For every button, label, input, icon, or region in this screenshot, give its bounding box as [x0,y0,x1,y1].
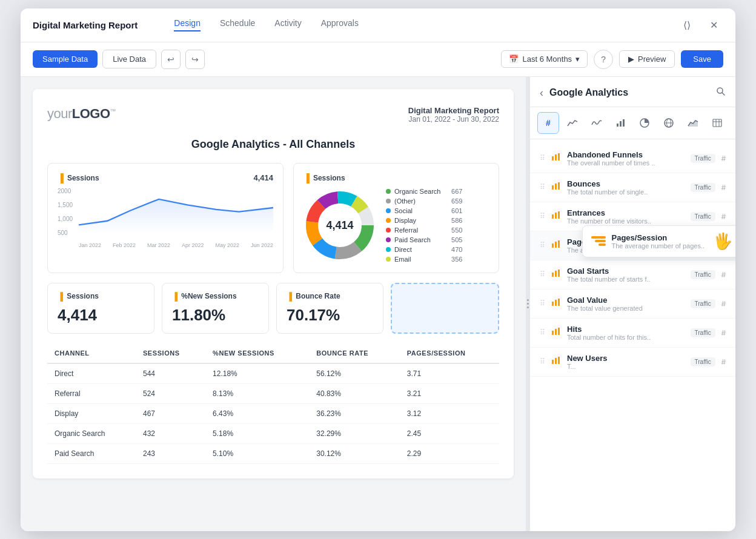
legend-dot [386,189,391,194]
svg-rect-23 [555,154,557,160]
resize-dot [527,303,529,305]
sidebar-panel: ‹ Google Analytics # [529,77,735,531]
kpi-header: ▐ Sessions [58,292,144,301]
metric-desc: Total number of hits for this.. [567,334,685,341]
drag-handle-icon: ⠿ [540,241,545,250]
icon-tab-line[interactable] [562,112,583,134]
svg-rect-35 [555,271,557,277]
sidebar-title: Google Analytics [549,87,710,98]
metric-name: Hits [567,325,685,334]
legend-value: 601 [444,207,462,214]
toolbar-right: 📅 Last 6 Months ▾ ? ▶ Preview Save [501,50,723,69]
save-button[interactable]: Save [681,50,723,68]
icon-tab-bar[interactable] [610,112,632,134]
line-chart-value: 4,414 [253,173,273,182]
donut-box: 4,414 Organic Search 667 (O [303,188,489,263]
metric-info: Bounces The total number of single.. [567,179,685,196]
kpi-icon: ▐ [172,292,177,301]
svg-rect-32 [555,242,557,248]
sidebar-search-button[interactable] [716,87,726,99]
tooltip-text: Pages/Session The average number of page… [612,233,705,250]
svg-line-10 [722,93,724,95]
line-chart-label: Sessions [67,174,99,182]
icon-tab-pie[interactable] [634,112,656,134]
cell-pages: 2.45 [400,423,499,443]
tooltip-chart-icon [591,236,606,246]
report-meta: Digital Marketing Report Jan 01, 2022 - … [408,106,499,124]
undo-button[interactable]: ↩ [161,50,181,69]
metric-desc: The overall number of times .. [567,159,685,167]
legend-value: 505 [444,236,462,243]
search-icon [716,87,726,96]
svg-rect-13 [623,119,625,127]
metric-hash-icon: # [721,183,726,192]
kpi-label: %New Sessions [181,292,236,300]
legend-item: Organic Search 667 [386,188,462,195]
calendar-icon: 📅 [509,55,519,64]
donut-wrapper: 4,414 [303,189,376,262]
share-button[interactable]: ⟨⟩ [677,15,697,35]
cell-new-sessions: 6.43% [205,403,309,423]
svg-rect-34 [552,273,554,277]
logo-area: yourLOGO™ [47,106,116,122]
drag-handle-icon: ⠿ [540,328,545,337]
line-chart-header: ▐ Sessions 4,414 [58,173,273,183]
metric-item-new-users[interactable]: ⠿ New Users T... Traffic # [530,348,735,377]
donut-center-value: 4,414 [326,219,353,231]
legend-value: 586 [444,217,462,224]
legend-item: Direct 470 [386,246,462,253]
icon-tab-globe[interactable] [658,112,680,134]
icon-tab-area[interactable] [682,112,704,134]
live-data-button[interactable]: Live Data [102,50,156,68]
cell-sessions: 432 [136,423,205,443]
svg-rect-44 [555,358,557,364]
svg-rect-25 [552,185,554,190]
resize-dot [527,299,529,301]
tab-design[interactable]: Design [174,18,201,31]
metric-item-bounces[interactable]: ⠿ Bounces The total number of single.. T… [530,173,735,202]
legend-label: Display [394,217,416,224]
metric-hash-icon: # [721,299,726,308]
icon-tab-wave[interactable] [586,112,608,134]
play-icon: ▶ [628,55,634,64]
toolbar: Sample Data Live Data ↩ ↪ 📅 Last 6 Month… [21,42,735,77]
kpi-header: ▐ %New Sessions [172,292,259,301]
kpi-sessions: ▐ Sessions 4,414 [47,283,154,334]
redo-button[interactable]: ↪ [185,50,205,69]
metric-badge: Traffic [691,328,715,337]
resize-dot [527,306,529,308]
kpi-header: ▐ Bounce Rate [287,292,373,301]
tab-schedule[interactable]: Schedule [220,18,255,31]
sample-data-button[interactable]: Sample Data [33,50,98,68]
close-button[interactable]: ✕ [704,15,723,35]
metric-item-goal-value[interactable]: ⠿ Goal Value The total value generated T… [530,289,735,319]
metric-item-hits[interactable]: ⠿ Hits Total number of hits for this.. T… [530,319,735,348]
report-header: yourLOGO™ Digital Marketing Report Jan 0… [47,106,499,124]
metric-desc: The total number of single.. [567,188,685,196]
icon-tab-hash[interactable]: # [537,112,559,134]
metric-item-abandoned-funnels[interactable]: ⠿ Abandoned Funnels The overall number o… [530,144,735,173]
metric-hash-icon: # [721,357,726,366]
cell-pages: 3.12 [400,403,499,423]
sidebar-back-button[interactable]: ‹ [540,87,543,99]
preview-button[interactable]: ▶ Preview [619,50,675,68]
legend-dot [386,247,391,252]
legend-dot [386,218,391,223]
metric-item-goal-starts[interactable]: ⠿ Goal Starts The total number of starts… [530,260,735,289]
window-controls: ⟨⟩ ✕ [677,15,723,35]
bar-chart-icon [551,240,561,251]
section-title: Google Analytics - All Channels [47,138,499,151]
legend-label: Paid Search [394,236,431,243]
tab-approvals[interactable]: Approvals [321,18,359,31]
legend-dot [386,257,391,262]
icon-tab-table[interactable] [706,112,728,134]
svg-rect-31 [552,243,554,248]
help-button[interactable]: ? [594,50,613,69]
svg-rect-39 [558,299,560,306]
legend-item: Paid Search 505 [386,236,462,243]
date-range-button[interactable]: 📅 Last 6 Months ▾ [501,50,588,68]
tab-activity[interactable]: Activity [274,18,301,31]
icon-type-tabs: # [530,107,735,139]
cell-channel: Display [47,403,136,423]
kpi-value: 4,414 [58,306,144,325]
